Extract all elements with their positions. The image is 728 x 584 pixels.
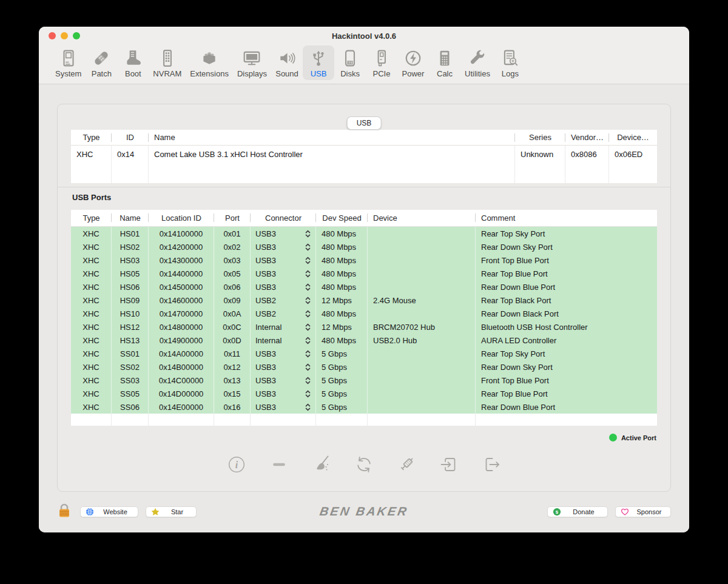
refresh-button[interactable] (354, 454, 374, 475)
port-cell-location_id[interactable]: 0x14200000 (149, 240, 214, 253)
port-cell-port[interactable]: 0x0A (214, 307, 251, 320)
port-cell-port[interactable]: 0x11 (214, 347, 251, 360)
port-cell-device[interactable] (368, 400, 476, 414)
port-cell-dev_speed[interactable]: 480 Mbps (316, 227, 368, 240)
port-cell-type[interactable]: XHC (71, 360, 112, 374)
toolbar-item-nvram[interactable]: NVRAM (149, 45, 186, 80)
toolbar-item-disks[interactable]: Disks (334, 45, 366, 80)
port-cell-device[interactable] (368, 240, 476, 253)
port-cell-type[interactable]: XHC (71, 253, 112, 267)
port-cell-device[interactable]: USB2.0 Hub (368, 334, 476, 347)
port-cell-comment[interactable]: Rear Down Blue Port (476, 280, 657, 294)
port-cell-location_id[interactable]: 0x14B00000 (149, 360, 214, 374)
controller-cell-name[interactable]: Comet Lake USB 3.1 xHCI Host Controller (149, 146, 515, 163)
controller-cell-vendor[interactable]: 0x8086 (565, 146, 609, 163)
sponsor-button[interactable]: Sponsor (615, 506, 671, 517)
stepper-icon[interactable] (305, 323, 311, 331)
port-cell-location_id[interactable]: 0x14A00000 (149, 347, 214, 360)
port-cell-name[interactable]: SS03 (112, 374, 149, 387)
port-cell-connector[interactable]: USB3 (251, 347, 316, 360)
port-cell-device[interactable] (368, 253, 476, 267)
controllers-header-id[interactable]: ID (112, 130, 149, 146)
port-cell-location_id[interactable]: 0x14400000 (149, 267, 214, 280)
website-button[interactable]: Website (80, 506, 138, 517)
port-cell-port[interactable]: 0x09 (214, 294, 251, 307)
info-button[interactable]: i (226, 454, 247, 475)
toolbar-item-usb[interactable]: USB (303, 45, 334, 80)
port-cell-device[interactable] (368, 227, 476, 240)
port-cell-type[interactable]: XHC (71, 240, 112, 253)
port-cell-connector[interactable]: USB3 (251, 400, 316, 414)
controllers-header-vendor[interactable]: Vendor… (565, 130, 609, 146)
toolbar-item-sound[interactable]: Sound (271, 45, 303, 80)
port-cell-dev_speed[interactable]: 5 Gbps (316, 387, 368, 400)
toolbar-item-boot[interactable]: Boot (117, 45, 149, 80)
toolbar-item-pcie[interactable]: PCIe (366, 45, 397, 80)
port-cell-type[interactable]: XHC (71, 347, 112, 360)
port-cell-name[interactable]: HS09 (112, 294, 149, 307)
port-cell-type[interactable]: XHC (71, 387, 112, 400)
port-cell-device[interactable] (368, 387, 476, 400)
port-cell-device[interactable]: BRCM20702 Hub (368, 320, 476, 334)
port-cell-name[interactable]: HS10 (112, 307, 149, 320)
ports-header-name[interactable]: Name (112, 210, 149, 227)
port-cell-connector[interactable]: USB3 (251, 267, 316, 280)
port-cell-comment[interactable]: Rear Top Sky Port (476, 347, 657, 360)
ports-header-device[interactable]: Device (368, 210, 476, 227)
port-cell-comment[interactable]: Rear Down Sky Port (476, 360, 657, 374)
port-cell-name[interactable]: HS13 (112, 334, 149, 347)
stepper-icon[interactable] (305, 377, 311, 384)
port-cell-dev_speed[interactable]: 480 Mbps (316, 253, 368, 267)
port-cell-comment[interactable]: Bluetooth USB Host Controller (476, 320, 657, 334)
port-cell-device[interactable] (368, 267, 476, 280)
port-cell-comment[interactable]: Front Top Blue Port (476, 374, 657, 387)
port-cell-port[interactable]: 0x06 (214, 280, 251, 294)
port-cell-type[interactable]: XHC (71, 267, 112, 280)
stepper-icon[interactable] (305, 270, 311, 278)
port-cell-dev_speed[interactable]: 480 Mbps (316, 267, 368, 280)
port-cell-location_id[interactable]: 0x14800000 (149, 320, 214, 334)
port-cell-port[interactable]: 0x05 (214, 267, 251, 280)
ports-header-type[interactable]: Type (71, 210, 112, 227)
port-cell-port[interactable]: 0x12 (214, 360, 251, 374)
port-cell-comment[interactable]: Rear Down Blue Port (476, 400, 657, 414)
port-cell-device[interactable] (368, 280, 476, 294)
port-cell-location_id[interactable]: 0x14100000 (149, 227, 214, 240)
controller-cell-series[interactable]: Unknown (515, 146, 565, 163)
stepper-icon[interactable] (305, 310, 311, 318)
port-cell-port[interactable]: 0x02 (214, 240, 251, 253)
port-cell-name[interactable]: HS06 (112, 280, 149, 294)
port-cell-connector[interactable]: USB3 (251, 280, 316, 294)
port-cell-type[interactable]: XHC (71, 227, 112, 240)
port-cell-port[interactable]: 0x0C (214, 320, 251, 334)
toolbar-item-utilities[interactable]: Utilities (460, 45, 494, 80)
clean-button[interactable] (311, 454, 332, 475)
controller-cell-id[interactable]: 0x14 (112, 146, 149, 163)
port-cell-name[interactable]: SS02 (112, 360, 149, 374)
port-cell-dev_speed[interactable]: 12 Mbps (316, 320, 368, 334)
port-cell-dev_speed[interactable]: 12 Mbps (316, 294, 368, 307)
port-cell-port[interactable]: 0x15 (214, 387, 251, 400)
port-cell-connector[interactable]: USB2 (251, 294, 316, 307)
port-cell-dev_speed[interactable]: 5 Gbps (316, 374, 368, 387)
stepper-icon[interactable] (305, 363, 311, 371)
toolbar-item-system[interactable]: System (51, 45, 86, 80)
port-cell-location_id[interactable]: 0x14700000 (149, 307, 214, 320)
stepper-icon[interactable] (305, 403, 311, 411)
port-cell-name[interactable]: SS06 (112, 400, 149, 414)
import-button[interactable] (439, 454, 459, 475)
port-cell-port[interactable]: 0x13 (214, 374, 251, 387)
star-button[interactable]: Star (146, 506, 197, 517)
toolbar-item-patch[interactable]: Patch (86, 45, 117, 80)
port-cell-connector[interactable]: USB2 (251, 307, 316, 320)
controllers-header-type[interactable]: Type (71, 130, 112, 146)
port-cell-name[interactable]: HS12 (112, 320, 149, 334)
port-cell-location_id[interactable]: 0x14300000 (149, 253, 214, 267)
port-cell-comment[interactable]: Rear Top Blue Port (476, 267, 657, 280)
close-button[interactable] (49, 32, 56, 39)
port-cell-dev_speed[interactable]: 480 Mbps (316, 280, 368, 294)
port-cell-device[interactable] (368, 360, 476, 374)
ports-header-location_id[interactable]: Location ID (149, 210, 214, 227)
ports-header-comment[interactable]: Comment (476, 210, 657, 227)
port-cell-comment[interactable]: Rear Down Sky Port (476, 240, 657, 253)
